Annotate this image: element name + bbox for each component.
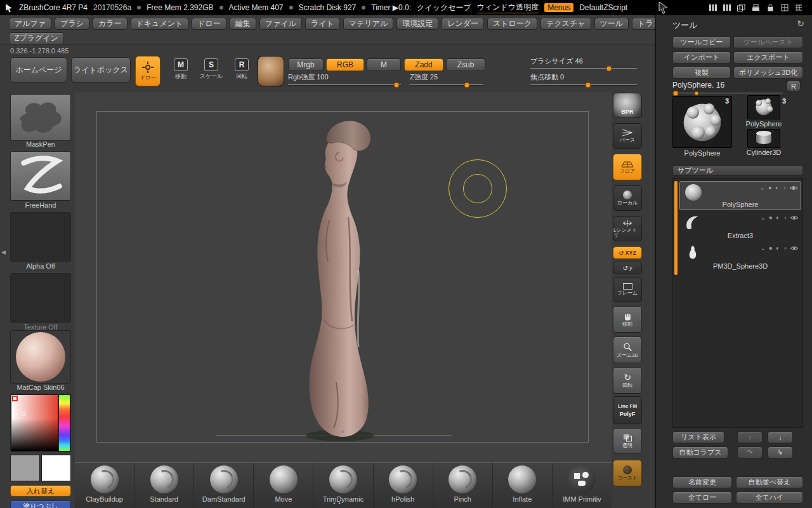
tool-paste-button[interactable]: ツールペースト xyxy=(733,36,803,48)
transparency-button[interactable]: 透明 xyxy=(613,428,642,453)
brush-pinch[interactable]: Pinch xyxy=(433,463,493,508)
all-low-button[interactable]: 全てロー xyxy=(672,491,732,504)
primary-color-swatch[interactable] xyxy=(41,455,71,481)
rgb-button[interactable]: RGB xyxy=(326,58,364,71)
brush-trimdynamic[interactable]: TrimDynamic xyxy=(313,463,373,508)
slider-knob[interactable] xyxy=(585,82,591,88)
z-intensity-slider[interactable] xyxy=(410,84,483,86)
scale-gizmo-tool[interactable]: S スケール xyxy=(197,58,226,81)
current-matcap-thumbnail[interactable] xyxy=(10,330,71,384)
y-axis-button[interactable]: ↺ y xyxy=(613,262,642,274)
polypaint-icon[interactable]: ● xyxy=(768,184,772,191)
cylinder-tool-thumbnail[interactable] xyxy=(747,129,780,148)
recent-tool-thumbnail[interactable] xyxy=(747,95,780,119)
m-button[interactable]: M xyxy=(367,58,401,71)
quicksave-button[interactable]: クイックセーブ xyxy=(417,3,471,13)
collapse-icon[interactable]: ⌄ xyxy=(760,244,765,251)
subtool-down-button[interactable]: ↓ xyxy=(768,431,793,443)
shade-icon[interactable]: ◑ xyxy=(783,244,787,251)
menu-draw[interactable]: ドロー xyxy=(192,18,226,30)
local-symmetry-button[interactable]: Lシンメトリ xyxy=(613,216,642,241)
frame-mesh-button[interactable]: フレーム xyxy=(613,277,642,302)
menu-preferences[interactable]: 環境設定 xyxy=(396,18,438,30)
brush-damstandard[interactable]: DamStandard xyxy=(194,463,254,508)
menus-toggle[interactable]: Menus xyxy=(544,3,573,12)
menu-stroke[interactable]: ストローク xyxy=(487,18,537,30)
panel-bars-icon[interactable] xyxy=(723,3,731,12)
lightbox-button[interactable]: ライトボックス xyxy=(71,57,131,83)
list-view-button[interactable]: リスト表示 xyxy=(672,431,724,443)
lock-icon[interactable] xyxy=(766,3,775,12)
auto-collapse-button[interactable]: 自動コラプス xyxy=(672,446,728,458)
brush-claybuildup[interactable]: ClayBuildup xyxy=(75,463,134,508)
current-brush-thumbnail[interactable] xyxy=(10,94,71,141)
zscript-label[interactable]: DefaultZScript xyxy=(579,3,627,12)
hue-strip[interactable] xyxy=(59,395,70,451)
zadd-button[interactable]: Zadd xyxy=(404,58,443,71)
mrgb-button[interactable]: Mrgb xyxy=(288,58,324,71)
all-high-button[interactable]: 全てハイ xyxy=(736,491,803,504)
export-button[interactable]: エクスポート xyxy=(733,51,803,64)
current-material-thumbnail[interactable] xyxy=(258,56,284,86)
left-panel-collapse-arrow[interactable]: ◀ xyxy=(1,249,6,255)
sculpt-canvas[interactable] xyxy=(75,91,612,462)
homepage-button[interactable]: ホームページ xyxy=(10,57,67,83)
polypaint-half-icon[interactable]: ◐ xyxy=(776,214,780,221)
move-canvas-button[interactable]: 移動 xyxy=(613,306,642,333)
color-picker[interactable] xyxy=(10,394,71,452)
collapse-icon[interactable]: ⌄ xyxy=(759,184,764,191)
make-polymesh3d-button[interactable]: ポリメッシュ3D化 xyxy=(733,67,803,79)
collapse-icon[interactable]: ⌄ xyxy=(760,214,765,221)
current-texture-thumbnail[interactable] xyxy=(10,273,71,323)
active-tool-thumbnail[interactable]: 3 xyxy=(672,96,732,148)
rotate-gizmo-tool[interactable]: R 回転 xyxy=(227,58,256,81)
move-gizmo-tool[interactable]: M 移動 xyxy=(166,58,195,81)
subtool-redo-button[interactable]: ↷ xyxy=(737,446,763,458)
polyframe-button[interactable]: Line Fill PolyF xyxy=(613,396,642,424)
menu-zplugin[interactable]: Zプラグイン xyxy=(9,32,64,44)
menu-alpha[interactable]: アルファ xyxy=(9,18,51,30)
window-opacity-button[interactable]: ウィンドウ透明度 xyxy=(477,2,539,13)
bpr-render-button[interactable]: BPR xyxy=(613,93,642,118)
menu-document[interactable]: ドキュメント xyxy=(131,18,189,30)
rgb-intensity-slider[interactable] xyxy=(288,84,401,86)
polypaint-icon[interactable]: ● xyxy=(769,214,773,221)
shade-icon[interactable]: ◑ xyxy=(782,184,786,191)
zsub-button[interactable]: Zsub xyxy=(446,58,485,71)
menu-tool[interactable]: ツール xyxy=(594,18,629,30)
polypaint-half-icon[interactable]: ◐ xyxy=(775,184,779,191)
grid-icon[interactable] xyxy=(780,3,789,12)
subtool-item-extract3[interactable]: ⌄ ● ◐ ◑ Extract3 xyxy=(679,211,801,241)
subtool-item-pm3d-sphere[interactable]: ⌄ ● ◐ ◑ PM3D_Sphere3D xyxy=(679,242,801,271)
duplicate-button[interactable]: 複製 xyxy=(672,67,731,79)
menu-light[interactable]: ライト xyxy=(305,18,340,30)
slider-knob[interactable] xyxy=(464,82,470,88)
printer-icon[interactable] xyxy=(751,3,761,12)
visibility-eye-icon[interactable] xyxy=(790,215,799,221)
rename-button[interactable]: 名前変更 xyxy=(672,476,732,488)
menu-edit[interactable]: 編集 xyxy=(230,18,256,30)
brush-hpolish[interactable]: hPolish xyxy=(374,463,433,508)
tray-resize-handle[interactable]: ▲▲ xyxy=(332,501,343,505)
ghost-transparency-button[interactable]: ゴースト xyxy=(613,460,642,486)
brush-size-slider[interactable] xyxy=(530,68,637,69)
visibility-eye-icon[interactable] xyxy=(789,185,798,191)
menu-file[interactable]: ファイル xyxy=(259,18,302,30)
visibility-eye-icon[interactable] xyxy=(790,245,799,251)
brush-standard[interactable]: Standard xyxy=(134,463,194,508)
current-alpha-thumbnail[interactable] xyxy=(10,212,71,262)
local-transform-button[interactable]: ローカル xyxy=(613,185,642,211)
menu-texture[interactable]: テクスチャ xyxy=(540,18,591,30)
brush-imm-primitive[interactable]: IMM Primitiv xyxy=(553,463,612,508)
active-tool-slider[interactable] xyxy=(672,93,783,94)
slider-knob[interactable] xyxy=(606,65,612,71)
grid-icon[interactable] xyxy=(794,3,803,12)
subtool-up-button[interactable]: ↑ xyxy=(737,431,763,443)
rotate-canvas-button[interactable]: ↻ 回転 xyxy=(613,367,642,394)
menu-brush[interactable]: ブラシ xyxy=(55,18,89,30)
subtool-scrollbar[interactable] xyxy=(674,181,678,275)
switch-color-button[interactable]: 入れ替え xyxy=(10,485,71,497)
refresh-icon[interactable]: ↻ xyxy=(797,18,804,29)
r-reset-button[interactable]: R xyxy=(787,81,801,91)
current-stroke-thumbnail[interactable] xyxy=(10,151,71,201)
